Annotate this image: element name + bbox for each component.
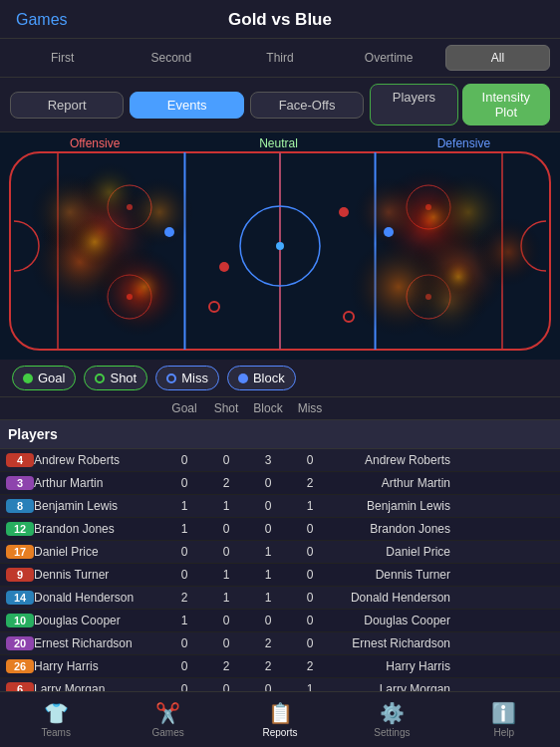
nav-reports[interactable]: 📋 Reports — [224, 701, 336, 738]
teams-icon: 👕 — [44, 701, 69, 725]
player-block: 1 — [247, 591, 289, 605]
nav-games[interactable]: ✂️ Games — [112, 701, 223, 738]
neutral-label: Neutral — [259, 136, 298, 150]
block-dot — [238, 374, 248, 383]
table-row: 9 Dennis Turner 0 1 1 0 Dennis Turner — [0, 564, 560, 587]
player-name-right: Andrew Roberts — [331, 453, 450, 467]
legend-shot[interactable]: Shot — [84, 366, 147, 390]
player-miss: 0 — [289, 522, 331, 536]
player-block: 0 — [247, 499, 289, 513]
period-tab-overtime[interactable]: Overtime — [337, 45, 441, 71]
player-miss: 0 — [289, 614, 331, 627]
nav-settings[interactable]: ⚙️ Settings — [336, 701, 447, 738]
period-tab-first[interactable]: First — [10, 45, 115, 71]
heatmap-canvas — [0, 132, 560, 360]
page-title: Gold vs Blue — [228, 10, 332, 30]
legend-block[interactable]: Block — [227, 366, 296, 390]
defensive-label: Defensive — [437, 136, 490, 150]
period-tabs: First Second Third Overtime All — [0, 39, 560, 78]
player-shot: 1 — [205, 591, 247, 605]
player-goal: 1 — [163, 614, 205, 627]
player-name: Douglas Cooper — [34, 614, 163, 627]
reports-icon: 📋 — [268, 701, 293, 725]
player-shot: 0 — [205, 636, 247, 650]
player-shot: 1 — [205, 499, 247, 513]
player-block: 0 — [247, 476, 289, 490]
table-row: 17 Daniel Price 0 0 1 0 Daniel Price — [0, 541, 560, 564]
period-tab-third[interactable]: Third — [227, 45, 332, 71]
player-block: 0 — [247, 614, 289, 627]
player-name: Dennis Turner — [34, 568, 163, 582]
player-block: 2 — [247, 659, 289, 673]
shot-dot — [95, 374, 105, 383]
player-number: 12 — [6, 522, 34, 536]
player-name-right: Harry Harris — [331, 659, 450, 673]
legend-goal[interactable]: Goal — [12, 366, 76, 390]
block-label: Block — [253, 371, 285, 385]
back-button[interactable]: Games — [16, 11, 68, 29]
player-name-right: Douglas Cooper — [331, 614, 450, 627]
player-goal: 0 — [163, 636, 205, 650]
player-block: 1 — [247, 545, 289, 559]
player-goal: 0 — [163, 659, 205, 673]
player-number: 14 — [6, 591, 34, 605]
tab-events[interactable]: Events — [130, 92, 243, 119]
col-goal: Goal — [163, 401, 205, 415]
table-header: Goal Shot Block Miss — [0, 397, 560, 420]
games-label: Games — [151, 727, 183, 738]
table-row: 12 Brandon Jones 1 0 0 0 Brandon Jones — [0, 518, 560, 541]
nav-teams[interactable]: 👕 Teams — [0, 701, 112, 738]
player-name: Harry Harris — [34, 659, 163, 673]
col-num — [6, 401, 34, 415]
player-shot: 0 — [205, 614, 247, 627]
help-label: Help — [494, 727, 515, 738]
player-goal: 0 — [163, 545, 205, 559]
col-miss: Miss — [289, 401, 331, 415]
player-name: Ernest Richardson — [34, 636, 163, 650]
players-title-row: Players — [0, 420, 560, 449]
shot-label: Shot — [110, 371, 137, 385]
goal-label: Goal — [38, 371, 65, 385]
players-section-title: Players — [8, 426, 58, 442]
player-name: Daniel Price — [34, 545, 163, 559]
period-tab-second[interactable]: Second — [119, 45, 223, 71]
player-block: 3 — [247, 453, 289, 467]
player-miss: 0 — [289, 453, 331, 467]
offensive-label: Offensive — [70, 136, 120, 150]
col-shot: Shot — [205, 401, 247, 415]
table-row: 4 Andrew Roberts 0 0 3 0 Andrew Roberts — [0, 449, 560, 472]
player-name-right: Ernest Richardson — [331, 636, 450, 650]
table-row: 3 Arthur Martin 0 2 0 2 Arthur Martin — [0, 472, 560, 495]
table-row: 14 Donald Henderson 2 1 1 0 Donald Hende… — [0, 587, 560, 610]
help-icon: ℹ️ — [491, 701, 516, 725]
nav-help[interactable]: ℹ️ Help — [448, 701, 560, 738]
header: Games Gold vs Blue — [0, 0, 560, 39]
player-name-right: Dennis Turner — [331, 568, 450, 582]
tab-players[interactable]: Players — [370, 84, 457, 125]
player-shot: 0 — [205, 522, 247, 536]
tab-faceoffs[interactable]: Face-Offs — [250, 92, 364, 119]
teams-label: Teams — [41, 727, 70, 738]
tab-report[interactable]: Report — [10, 92, 124, 119]
player-number: 9 — [6, 568, 34, 582]
player-miss: 0 — [289, 636, 331, 650]
player-miss: 0 — [289, 568, 331, 582]
player-name: Andrew Roberts — [34, 453, 163, 467]
view-tabs: Report Events Face-Offs Players Intensit… — [0, 78, 560, 132]
games-icon: ✂️ — [155, 701, 180, 725]
reports-label: Reports — [263, 727, 298, 738]
player-block: 0 — [247, 522, 289, 536]
bottom-nav: 👕 Teams ✂️ Games 📋 Reports ⚙️ Settings ℹ… — [0, 691, 560, 747]
tab-intensity-plot[interactable]: Intensity Plot — [462, 84, 550, 125]
player-name: Brandon Jones — [34, 522, 163, 536]
period-tab-all[interactable]: All — [445, 45, 550, 71]
player-name-right: Donald Henderson — [331, 591, 450, 605]
player-name-right: Daniel Price — [331, 545, 450, 559]
player-number: 10 — [6, 614, 34, 627]
player-miss: 2 — [289, 476, 331, 490]
player-miss: 1 — [289, 499, 331, 513]
table-row: 10 Douglas Cooper 1 0 0 0 Douglas Cooper — [0, 610, 560, 632]
rink-zone-labels: Offensive Neutral Defensive — [0, 136, 560, 150]
legend-miss[interactable]: Miss — [155, 366, 219, 390]
player-miss: 2 — [289, 659, 331, 673]
